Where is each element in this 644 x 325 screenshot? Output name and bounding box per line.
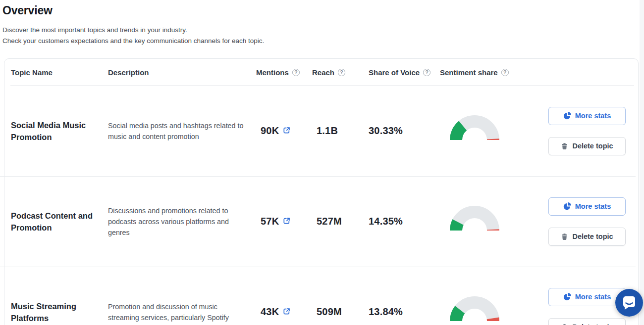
topic-name: Social Media Music Promotion xyxy=(11,119,94,143)
column-header-description: Description xyxy=(108,68,256,77)
delete-topic-label: Delete topic xyxy=(572,142,613,150)
help-icon[interactable]: ? xyxy=(292,69,300,76)
more-stats-label: More stats xyxy=(575,112,611,120)
table-row: Podcast Content and Promotion Discussion… xyxy=(4,176,638,267)
delete-topic-button[interactable]: Delete topic xyxy=(548,318,626,325)
column-header-label: Share of Voice xyxy=(369,68,420,77)
column-header-topic-name: Topic Name xyxy=(11,68,108,77)
topic-name: Music Streaming Platforms xyxy=(11,300,94,324)
page-subtitle-line2: Check your customers expectations and th… xyxy=(2,36,264,46)
more-stats-button[interactable]: More stats xyxy=(548,197,626,216)
trash-icon xyxy=(561,142,568,150)
column-header-label: Topic Name xyxy=(11,68,53,77)
table-row: Music Streaming Platforms Promotion and … xyxy=(4,267,638,325)
trash-icon xyxy=(561,324,568,325)
reach-value: 509M xyxy=(317,306,342,317)
external-link-icon[interactable] xyxy=(282,126,291,135)
help-icon[interactable]: ? xyxy=(423,69,430,76)
topics-card: Topic NameDescriptionMentions?Reach?Shar… xyxy=(4,58,639,325)
column-header-label: Description xyxy=(108,68,149,77)
page-right-gutter xyxy=(640,0,644,325)
share-of-voice-value: 30.33% xyxy=(369,125,403,136)
sentiment-gauge xyxy=(450,206,499,232)
sentiment-gauge xyxy=(450,296,499,322)
topic-name: Podcast Content and Promotion xyxy=(11,210,94,233)
reach-value: 1.1B xyxy=(317,125,338,136)
external-link-icon[interactable] xyxy=(282,217,291,225)
column-header-label: Reach xyxy=(312,68,334,77)
mentions-value: 90K xyxy=(261,125,279,137)
reach-value: 527M xyxy=(317,216,342,227)
table-header-row: Topic NameDescriptionMentions?Reach?Shar… xyxy=(4,59,638,86)
delete-topic-button[interactable]: Delete topic xyxy=(548,228,626,246)
more-stats-button[interactable]: More stats xyxy=(548,107,626,125)
mentions-value: 57K xyxy=(261,216,279,227)
column-header-share-of-voice: Share of Voice? xyxy=(369,68,440,77)
share-of-voice-value: 14.35% xyxy=(369,216,403,227)
topic-description: Social media posts and hashtags related … xyxy=(108,120,245,142)
pie-chart-icon xyxy=(563,112,571,120)
column-header-label: Sentiment share xyxy=(440,68,498,77)
share-of-voice-value: 13.84% xyxy=(369,306,403,317)
more-stats-button[interactable]: More stats xyxy=(548,288,626,306)
sentiment-gauge xyxy=(450,115,499,141)
pie-chart-icon xyxy=(563,293,571,301)
chat-bubble-icon xyxy=(615,289,643,317)
page-header: Overview Discover the most important top… xyxy=(2,4,264,46)
topic-description: Discussions and promotions related to po… xyxy=(108,205,245,238)
column-header-sentiment-share: Sentiment share? xyxy=(440,68,548,77)
mentions-value: 43K xyxy=(261,306,279,318)
external-link-icon[interactable] xyxy=(282,307,291,316)
chat-launcher-button[interactable] xyxy=(615,289,643,317)
help-icon[interactable]: ? xyxy=(501,69,509,76)
trash-icon xyxy=(561,233,568,240)
page-title: Overview xyxy=(2,4,264,17)
help-icon[interactable]: ? xyxy=(338,69,345,76)
page-subtitle-line1: Discover the most important topics and t… xyxy=(2,25,264,36)
table-row: Social Media Music Promotion Social medi… xyxy=(4,86,638,176)
more-stats-label: More stats xyxy=(575,293,611,301)
pie-chart-icon xyxy=(563,202,571,210)
topic-description: Promotion and discussion of music stream… xyxy=(108,301,245,323)
delete-topic-label: Delete topic xyxy=(572,323,613,325)
column-header-reach: Reach? xyxy=(312,68,369,77)
delete-topic-button[interactable]: Delete topic xyxy=(548,137,626,155)
column-header-mentions: Mentions? xyxy=(256,68,312,77)
more-stats-label: More stats xyxy=(575,202,611,210)
delete-topic-label: Delete topic xyxy=(572,232,613,240)
table-body: Social Media Music Promotion Social medi… xyxy=(4,86,638,325)
column-header-label: Mentions xyxy=(256,68,289,77)
